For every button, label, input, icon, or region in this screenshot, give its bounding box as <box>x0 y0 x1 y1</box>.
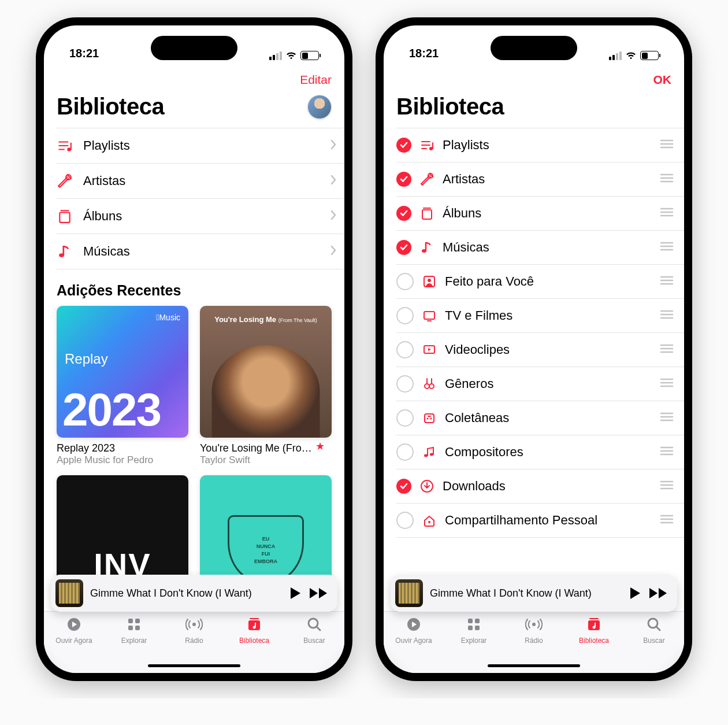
reorder-handle-icon[interactable] <box>660 343 674 356</box>
tab-ouvir[interactable]: Ouvir Agora <box>48 616 100 645</box>
now-playing-bar[interactable]: Gimme What I Don't Know (I Want) <box>391 575 677 612</box>
svg-rect-20 <box>135 619 140 623</box>
library-row-albuns[interactable]: Álbuns <box>57 199 344 234</box>
checkbox-off[interactable] <box>396 409 414 427</box>
battery-icon <box>640 51 659 60</box>
svg-rect-19 <box>128 619 133 623</box>
checkbox-off[interactable] <box>396 443 414 461</box>
tab-buscar[interactable]: Buscar <box>288 616 340 645</box>
svg-rect-30 <box>468 626 473 630</box>
two-notes-icon <box>422 445 437 459</box>
library-row-artistas[interactable]: Artistas <box>57 164 344 199</box>
checkbox-off[interactable] <box>396 341 414 358</box>
svg-point-34 <box>593 626 596 629</box>
now-playing-bar[interactable]: Gimme What I Don't Know (I Want) <box>51 575 337 612</box>
page-title: Biblioteca <box>396 94 504 120</box>
note-icon <box>57 244 73 259</box>
status-time: 18:21 <box>409 47 439 60</box>
mic-icon <box>57 173 73 188</box>
forward-button[interactable] <box>648 587 668 600</box>
guitar-icon <box>422 377 437 391</box>
edit-button[interactable]: Editar <box>300 73 332 87</box>
reorder-handle-icon[interactable] <box>660 139 674 151</box>
checkbox-on[interactable] <box>396 206 411 221</box>
reorder-handle-icon[interactable] <box>660 412 674 424</box>
row-label: Artistas <box>443 172 652 187</box>
person-sq-icon <box>422 275 437 288</box>
edit-row[interactable]: Compartilhamento Pessoal <box>396 504 684 538</box>
edit-row[interactable]: Músicas <box>396 231 684 265</box>
tab-biblioteca[interactable]: Biblioteca <box>568 616 620 645</box>
playlist-icon <box>419 138 434 152</box>
reorder-handle-icon[interactable] <box>660 480 674 493</box>
checkbox-on[interactable] <box>396 479 411 494</box>
recent-card[interactable]: MusicReplay2023Replay 2023Apple Music f… <box>57 306 188 466</box>
edit-row[interactable]: Artistas <box>396 162 684 197</box>
edit-row[interactable]: Gêneros <box>396 367 684 401</box>
tab-explorar[interactable]: Explorar <box>448 616 500 645</box>
now-playing-title: Gimme What I Don't Know (I Want) <box>430 587 622 600</box>
row-label: TV e Filmes <box>445 308 652 323</box>
checkbox-on[interactable] <box>396 172 411 187</box>
card-subtitle: Apple Music for Pedro <box>57 454 188 466</box>
checkbox-on[interactable] <box>396 138 411 153</box>
recent-card[interactable]: You're Losing Me (From The Vault)You're … <box>200 306 332 466</box>
reorder-handle-icon[interactable] <box>660 275 674 288</box>
row-label: Compartilhamento Pessoal <box>445 513 652 528</box>
grid-icon <box>125 616 143 635</box>
play-button[interactable] <box>289 586 302 600</box>
edit-row[interactable]: Álbuns <box>396 197 684 231</box>
tab-radio[interactable]: Rádio <box>168 616 220 645</box>
edit-row[interactable]: TV e Filmes <box>396 299 684 333</box>
reorder-handle-icon[interactable] <box>660 207 674 220</box>
edit-row[interactable]: Downloads <box>396 469 684 504</box>
checkbox-off[interactable] <box>396 273 414 290</box>
reorder-handle-icon[interactable] <box>660 241 674 254</box>
chevron-right-icon <box>330 140 336 151</box>
edit-row[interactable]: Compositores <box>396 435 684 469</box>
row-label: Álbuns <box>443 206 652 221</box>
row-label: Coletâneas <box>445 410 652 426</box>
forward-button[interactable] <box>309 587 328 600</box>
chevron-right-icon <box>330 246 336 257</box>
row-label: Álbuns <box>83 209 320 224</box>
row-label: Gêneros <box>445 376 652 391</box>
svg-rect-22 <box>135 626 140 630</box>
reorder-handle-icon[interactable] <box>660 309 674 322</box>
checkbox-off[interactable] <box>396 307 414 324</box>
edit-row[interactable]: Playlists <box>396 128 684 162</box>
edit-row[interactable]: Videoclipes <box>396 333 684 367</box>
play-button[interactable] <box>629 586 641 600</box>
checkbox-on[interactable] <box>396 240 411 255</box>
reorder-handle-icon[interactable] <box>660 378 674 390</box>
done-button[interactable]: OK <box>653 73 672 87</box>
edit-row[interactable]: Coletâneas <box>396 401 684 435</box>
reorder-handle-icon[interactable] <box>660 514 674 527</box>
tab-label: Biblioteca <box>239 637 269 645</box>
dynamic-island <box>491 36 577 60</box>
checkbox-off[interactable] <box>396 512 414 529</box>
reorder-handle-icon[interactable] <box>660 446 674 458</box>
download-icon <box>419 479 434 493</box>
card-subtitle: Taylor Swift <box>200 454 332 466</box>
library-row-playlists[interactable]: Playlists <box>57 128 344 164</box>
avatar[interactable] <box>307 95 332 119</box>
play-circle-icon <box>405 616 422 635</box>
play-circle-icon <box>65 616 83 635</box>
tab-biblioteca[interactable]: Biblioteca <box>228 616 280 645</box>
tab-radio[interactable]: Rádio <box>508 616 560 645</box>
tab-ouvir[interactable]: Ouvir Agora <box>388 616 440 645</box>
checkbox-off[interactable] <box>396 375 414 393</box>
library-row-musicas[interactable]: Músicas <box>57 234 344 269</box>
radio-icon <box>185 616 203 635</box>
home-indicator <box>148 664 240 667</box>
reorder-handle-icon[interactable] <box>660 173 674 186</box>
album-icon <box>57 209 73 224</box>
svg-rect-31 <box>475 626 480 630</box>
tab-bar: Ouvir Agora Explorar Rádio Biblioteca Bu… <box>384 611 684 673</box>
tab-explorar[interactable]: Explorar <box>108 616 160 645</box>
phone-left: 18:21 Editar Biblioteca Playlists Artist… <box>36 17 352 681</box>
tab-buscar[interactable]: Buscar <box>628 616 680 645</box>
svg-rect-21 <box>128 626 133 630</box>
edit-row[interactable]: Feito para Você <box>396 265 684 299</box>
